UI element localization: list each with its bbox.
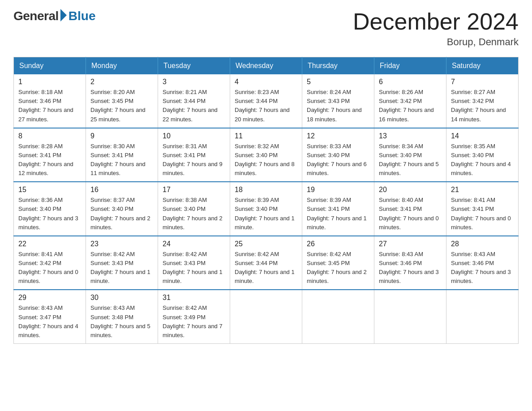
day-info: Sunrise: 8:40 AMSunset: 3:41 PMDaylight:… <box>379 196 442 232</box>
calendar-week-row: 22 Sunrise: 8:41 AMSunset: 3:42 PMDaylig… <box>14 236 519 290</box>
day-number: 5 <box>307 78 369 86</box>
day-info: Sunrise: 8:42 AMSunset: 3:45 PMDaylight:… <box>307 250 369 286</box>
day-number: 17 <box>163 186 225 194</box>
day-number: 20 <box>379 186 442 194</box>
day-number: 12 <box>307 132 369 140</box>
day-number: 14 <box>451 132 514 140</box>
day-of-week-header: Sunday <box>14 57 86 75</box>
day-number: 31 <box>163 294 225 302</box>
calendar-week-row: 29 Sunrise: 8:43 AMSunset: 3:47 PMDaylig… <box>14 290 519 343</box>
day-number: 6 <box>379 78 442 86</box>
day-number: 25 <box>235 240 297 248</box>
page-header: General Blue December 2024 Borup, Denmar… <box>13 9 519 48</box>
calendar-day-cell: 27 Sunrise: 8:43 AMSunset: 3:46 PMDaylig… <box>374 236 446 290</box>
calendar-day-cell: 29 Sunrise: 8:43 AMSunset: 3:47 PMDaylig… <box>14 290 86 343</box>
day-of-week-header: Tuesday <box>158 57 230 75</box>
day-number: 2 <box>90 78 153 86</box>
day-info: Sunrise: 8:37 AMSunset: 3:40 PMDaylight:… <box>90 196 153 232</box>
day-info: Sunrise: 8:33 AMSunset: 3:40 PMDaylight:… <box>307 142 369 178</box>
calendar-week-row: 1 Sunrise: 8:18 AMSunset: 3:46 PMDayligh… <box>14 74 519 128</box>
day-info: Sunrise: 8:43 AMSunset: 3:48 PMDaylight:… <box>90 304 153 340</box>
day-info: Sunrise: 8:43 AMSunset: 3:46 PMDaylight:… <box>379 250 442 286</box>
title-section: December 2024 Borup, Denmark <box>353 9 519 48</box>
day-info: Sunrise: 8:42 AMSunset: 3:43 PMDaylight:… <box>163 250 225 286</box>
calendar-day-cell: 11 Sunrise: 8:32 AMSunset: 3:40 PMDaylig… <box>230 128 302 182</box>
day-info: Sunrise: 8:36 AMSunset: 3:40 PMDaylight:… <box>18 196 81 232</box>
day-of-week-header: Monday <box>86 57 158 75</box>
calendar-day-cell: 10 Sunrise: 8:31 AMSunset: 3:41 PMDaylig… <box>158 128 230 182</box>
day-of-week-header: Thursday <box>302 57 374 75</box>
calendar-title: December 2024 <box>353 9 519 34</box>
calendar-week-row: 15 Sunrise: 8:36 AMSunset: 3:40 PMDaylig… <box>14 182 519 236</box>
calendar-day-cell: 20 Sunrise: 8:40 AMSunset: 3:41 PMDaylig… <box>374 182 446 236</box>
calendar-day-cell <box>302 290 374 343</box>
day-number: 11 <box>235 132 297 140</box>
calendar-day-cell: 8 Sunrise: 8:28 AMSunset: 3:41 PMDayligh… <box>14 128 86 182</box>
day-info: Sunrise: 8:34 AMSunset: 3:40 PMDaylight:… <box>379 142 442 178</box>
day-number: 19 <box>307 186 369 194</box>
day-info: Sunrise: 8:35 AMSunset: 3:40 PMDaylight:… <box>451 142 514 178</box>
day-number: 29 <box>18 294 81 302</box>
day-number: 30 <box>90 294 153 302</box>
day-number: 9 <box>90 132 153 140</box>
calendar-day-cell: 5 Sunrise: 8:24 AMSunset: 3:43 PMDayligh… <box>302 74 374 128</box>
day-info: Sunrise: 8:42 AMSunset: 3:44 PMDaylight:… <box>235 250 297 286</box>
day-info: Sunrise: 8:21 AMSunset: 3:44 PMDaylight:… <box>163 88 225 124</box>
calendar-day-cell: 25 Sunrise: 8:42 AMSunset: 3:44 PMDaylig… <box>230 236 302 290</box>
calendar-day-cell: 3 Sunrise: 8:21 AMSunset: 3:44 PMDayligh… <box>158 74 230 128</box>
day-number: 15 <box>18 186 81 194</box>
day-info: Sunrise: 8:41 AMSunset: 3:42 PMDaylight:… <box>18 250 81 286</box>
day-number: 21 <box>451 186 514 194</box>
day-info: Sunrise: 8:39 AMSunset: 3:41 PMDaylight:… <box>307 196 369 232</box>
day-info: Sunrise: 8:41 AMSunset: 3:41 PMDaylight:… <box>451 196 514 232</box>
day-info: Sunrise: 8:42 AMSunset: 3:43 PMDaylight:… <box>90 250 153 286</box>
day-number: 3 <box>163 78 225 86</box>
day-number: 24 <box>163 240 225 248</box>
day-info: Sunrise: 8:24 AMSunset: 3:43 PMDaylight:… <box>307 88 369 124</box>
day-info: Sunrise: 8:39 AMSunset: 3:40 PMDaylight:… <box>235 196 297 232</box>
calendar-day-cell: 24 Sunrise: 8:42 AMSunset: 3:43 PMDaylig… <box>158 236 230 290</box>
day-number: 4 <box>235 78 297 86</box>
logo-general-text: General <box>13 9 59 23</box>
calendar-week-row: 8 Sunrise: 8:28 AMSunset: 3:41 PMDayligh… <box>14 128 519 182</box>
calendar-day-cell: 2 Sunrise: 8:20 AMSunset: 3:45 PMDayligh… <box>86 74 158 128</box>
calendar-day-cell <box>230 290 302 343</box>
calendar-day-cell: 31 Sunrise: 8:42 AMSunset: 3:49 PMDaylig… <box>158 290 230 343</box>
calendar-day-cell: 15 Sunrise: 8:36 AMSunset: 3:40 PMDaylig… <box>14 182 86 236</box>
logo[interactable]: General Blue <box>13 9 95 23</box>
day-info: Sunrise: 8:38 AMSunset: 3:40 PMDaylight:… <box>163 196 225 232</box>
day-number: 16 <box>90 186 153 194</box>
calendar-day-cell: 9 Sunrise: 8:30 AMSunset: 3:41 PMDayligh… <box>86 128 158 182</box>
day-info: Sunrise: 8:31 AMSunset: 3:41 PMDaylight:… <box>163 142 225 178</box>
day-info: Sunrise: 8:43 AMSunset: 3:46 PMDaylight:… <box>451 250 514 286</box>
day-info: Sunrise: 8:27 AMSunset: 3:42 PMDaylight:… <box>451 88 514 124</box>
day-info: Sunrise: 8:43 AMSunset: 3:47 PMDaylight:… <box>18 304 81 340</box>
calendar-day-cell: 30 Sunrise: 8:43 AMSunset: 3:48 PMDaylig… <box>86 290 158 343</box>
calendar-day-cell: 12 Sunrise: 8:33 AMSunset: 3:40 PMDaylig… <box>302 128 374 182</box>
day-info: Sunrise: 8:42 AMSunset: 3:49 PMDaylight:… <box>163 304 225 340</box>
day-number: 28 <box>451 240 514 248</box>
calendar-day-cell: 21 Sunrise: 8:41 AMSunset: 3:41 PMDaylig… <box>446 182 519 236</box>
day-number: 1 <box>18 78 81 86</box>
calendar-day-cell: 17 Sunrise: 8:38 AMSunset: 3:40 PMDaylig… <box>158 182 230 236</box>
day-number: 23 <box>90 240 153 248</box>
calendar-day-cell: 14 Sunrise: 8:35 AMSunset: 3:40 PMDaylig… <box>446 128 519 182</box>
day-number: 13 <box>379 132 442 140</box>
calendar-day-cell <box>374 290 446 343</box>
calendar-day-cell <box>446 290 519 343</box>
day-number: 22 <box>18 240 81 248</box>
calendar-day-cell: 6 Sunrise: 8:26 AMSunset: 3:42 PMDayligh… <box>374 74 446 128</box>
day-info: Sunrise: 8:32 AMSunset: 3:40 PMDaylight:… <box>235 142 297 178</box>
logo-triangle-icon <box>60 9 67 21</box>
calendar-day-cell: 22 Sunrise: 8:41 AMSunset: 3:42 PMDaylig… <box>14 236 86 290</box>
day-number: 7 <box>451 78 514 86</box>
calendar-day-cell: 4 Sunrise: 8:23 AMSunset: 3:44 PMDayligh… <box>230 74 302 128</box>
calendar-day-cell: 7 Sunrise: 8:27 AMSunset: 3:42 PMDayligh… <box>446 74 519 128</box>
day-number: 8 <box>18 132 81 140</box>
calendar-day-cell: 23 Sunrise: 8:42 AMSunset: 3:43 PMDaylig… <box>86 236 158 290</box>
calendar-day-cell: 1 Sunrise: 8:18 AMSunset: 3:46 PMDayligh… <box>14 74 86 128</box>
calendar-day-cell: 18 Sunrise: 8:39 AMSunset: 3:40 PMDaylig… <box>230 182 302 236</box>
day-number: 10 <box>163 132 225 140</box>
day-of-week-header: Wednesday <box>230 57 302 75</box>
logo-blue-text: Blue <box>69 9 96 23</box>
